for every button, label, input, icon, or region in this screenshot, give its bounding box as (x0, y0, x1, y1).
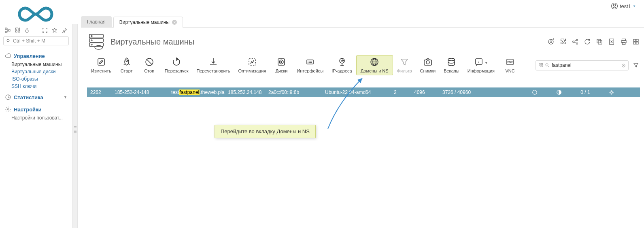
sidebar-item-vdisks[interactable]: Виртуальные диски (11, 68, 69, 75)
vm-table: 2262 185-252-24-148 testfastpanel.theweb… (87, 87, 640, 97)
user-name: test1 (620, 3, 631, 9)
toolbar-label: Домены и NS (361, 68, 389, 73)
toolbar-label: IP-адреса (332, 68, 352, 73)
sidebar-item-ssh[interactable]: SSH ключи (11, 83, 69, 90)
svg-point-36 (281, 62, 282, 63)
sidebar-section-title-settings[interactable]: Настройки (3, 104, 69, 114)
globe-icon (370, 57, 379, 67)
toolbar-search[interactable]: fastpanel ⊗ (536, 60, 629, 70)
cell-status-1 (523, 89, 547, 95)
sidebar-divider[interactable] (72, 24, 78, 228)
toolbar-stop[interactable]: Стоп (138, 55, 161, 75)
chevron-down-icon: ▼ (64, 95, 67, 99)
toolbar-interfaces[interactable]: Интерфейсы (293, 55, 327, 75)
sidebar-section-title-management[interactable]: Управление (3, 51, 69, 61)
svg-point-52 (533, 90, 537, 95)
svg-rect-20 (597, 39, 601, 43)
cell-ipv6: 2a0c:f00::9:6b (265, 89, 322, 95)
refresh-icon[interactable] (583, 38, 591, 46)
svg-rect-2 (5, 28, 7, 30)
callout-tooltip: Перейдите во вкладку Домены и NS (215, 125, 316, 138)
sidebar-item-iso[interactable]: ISO-образы (11, 75, 69, 83)
copy-icon[interactable] (595, 38, 604, 46)
toolbar-optimize[interactable]: Оптимизация (234, 55, 270, 75)
section-label: Статистика (14, 94, 43, 100)
svg-rect-30 (98, 59, 104, 65)
tab-main[interactable]: Главная (81, 16, 112, 27)
section-label: Настройки (14, 107, 42, 113)
expand-icon[interactable] (41, 27, 49, 34)
svg-point-19 (576, 43, 578, 45)
sidebar-section-stats: Статистика ▼ (3, 92, 69, 102)
cell-ram: 4096 (411, 89, 439, 95)
toolbar-filter[interactable]: Фильтр (393, 55, 416, 75)
gear-icon (5, 106, 11, 113)
share-icon[interactable] (571, 38, 579, 46)
contrast-icon (556, 89, 562, 95)
user-menu[interactable]: test1 ▼ (611, 2, 636, 10)
page-title: Виртуальные машины (111, 37, 194, 47)
target-icon[interactable] (547, 38, 555, 46)
toolbar-disks[interactable]: Диски (270, 55, 293, 75)
tree-icon[interactable] (4, 27, 11, 34)
toolbar-vnc[interactable]: VNC VNC (499, 55, 521, 75)
svg-rect-4 (9, 30, 10, 31)
sidebar-section-title-stats[interactable]: Статистика ▼ (3, 92, 69, 102)
toolbar-reinstall[interactable]: Переустановить (192, 55, 234, 75)
grid-icon (538, 63, 543, 68)
search-icon (6, 38, 11, 43)
circle-icon (532, 89, 538, 95)
infinity-logo-icon (11, 5, 60, 23)
logo (11, 5, 60, 23)
svg-point-1 (613, 4, 615, 6)
sidebar-section-settings: Настройки Настройки пользоват... (3, 104, 69, 121)
star-icon[interactable] (51, 27, 58, 34)
toolbar-label: Переустановить (196, 68, 230, 73)
edit-icon (96, 57, 106, 67)
sidebar-search[interactable]: Ctrl + Shift + M (3, 36, 69, 45)
cell-hostname: 185-252-24-148 (111, 89, 168, 95)
search-icon (545, 63, 550, 68)
toolbar-ip[interactable]: IP-адреса (327, 55, 356, 75)
cell-status-3 (599, 89, 624, 95)
svg-point-51 (546, 64, 548, 66)
toolbar-label: Стоп (144, 68, 154, 73)
toolbar-snapshots[interactable]: Снимки (416, 55, 440, 75)
export-icon[interactable] (608, 38, 616, 46)
pin-icon[interactable] (61, 27, 68, 34)
cell-domain: testfastpanel.theweb.place (168, 89, 225, 95)
sun-icon (609, 89, 614, 95)
toolbar-edit[interactable]: Изменить (87, 55, 115, 75)
svg-rect-9 (89, 38, 104, 42)
print-icon[interactable] (620, 38, 628, 46)
tab-close-icon[interactable]: ✕ (172, 20, 177, 25)
toolbar-label: Интерфейсы (297, 68, 323, 73)
toolbar-label: Бекапы (444, 68, 459, 73)
filter-button[interactable] (632, 61, 640, 69)
cell-count: 0 / 1 (571, 89, 599, 95)
puzzle-icon[interactable] (14, 27, 21, 34)
cell-os: Ubuntu-22.04-amd64 (322, 89, 391, 95)
fire-icon[interactable] (23, 27, 31, 34)
puzzle-icon[interactable] (559, 38, 567, 46)
toolbar-start[interactable]: Старт (115, 55, 138, 75)
toolbar-domains[interactable]: Домены и NS (356, 55, 393, 75)
svg-point-18 (576, 39, 578, 41)
toolbar-info[interactable]: ▼ Информация (463, 55, 499, 75)
toolbar-label: Диски (275, 68, 287, 73)
clear-icon[interactable]: ⊗ (621, 62, 626, 68)
toolbar-restart[interactable]: Перезапуск (161, 55, 193, 75)
svg-point-5 (7, 39, 9, 42)
sidebar-item-vms[interactable]: Виртуальные машины (11, 61, 69, 68)
interfaces-icon (305, 57, 315, 67)
toolbar-backups[interactable]: Бекапы (440, 55, 463, 75)
toolbar: Изменить Старт Стоп Перезапуск Переустан… (87, 53, 640, 77)
svg-rect-25 (622, 43, 625, 45)
table-row[interactable]: 2262 185-252-24-148 testfastpanel.theweb… (87, 87, 640, 97)
tab-vms[interactable]: Виртуальные машины ✕ (113, 17, 183, 28)
svg-rect-49 (539, 66, 541, 67)
settings-icon[interactable] (632, 38, 640, 46)
stop-icon (145, 57, 154, 67)
sidebar-item-user-settings[interactable]: Настройки пользоват... (11, 114, 69, 121)
svg-point-12 (91, 40, 92, 41)
